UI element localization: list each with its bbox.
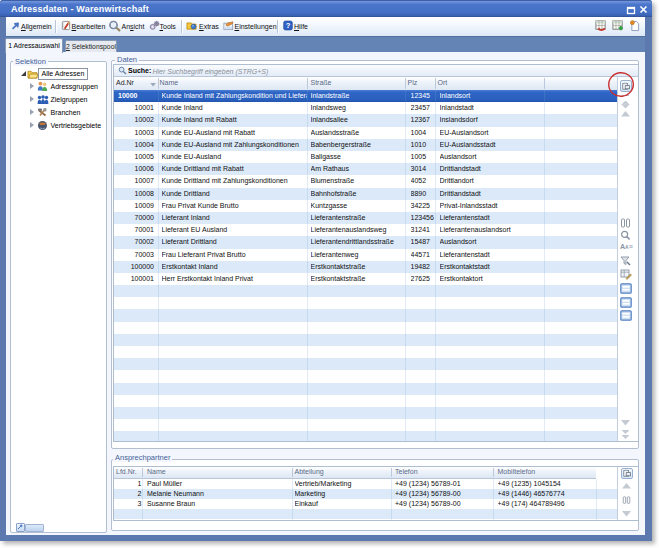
svg-text:?: ? <box>286 21 291 30</box>
